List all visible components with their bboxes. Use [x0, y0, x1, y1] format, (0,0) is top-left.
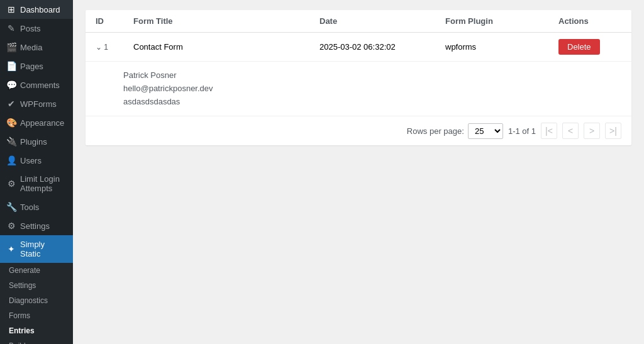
col-form-title: Form Title — [133, 16, 319, 26]
sidebar-item-label: Appearance — [20, 118, 64, 128]
plugins-icon: 🔌 — [6, 136, 16, 147]
sidebar-item-posts[interactable]: ✎ Posts — [0, 19, 73, 38]
col-date: Date — [319, 16, 445, 26]
entries-table-card: ID Form Title Date Form Plugin Actions ⌄… — [86, 10, 631, 145]
sidebar-item-dashboard[interactable]: ⊞ Dashboard — [0, 0, 73, 19]
sidebar-item-comments[interactable]: 💬 Comments — [0, 75, 73, 94]
wpforms-icon: ✔ — [6, 99, 16, 109]
expanded-line-2: hello@patrickposner.dev — [123, 82, 621, 96]
submenu-item-diagnostics[interactable]: Diagnostics — [0, 293, 73, 308]
col-form-plugin: Form Plugin — [445, 16, 558, 26]
users-icon: 👤 — [6, 155, 16, 165]
rows-per-page-container: Rows per page: 25 50 100 — [407, 123, 503, 139]
sidebar-item-label: WPForms — [20, 99, 57, 109]
row-expand-toggle[interactable]: ⌄ 1 — [96, 43, 133, 52]
sidebar-item-label: Pages — [20, 62, 43, 71]
pagination-last-button[interactable]: >| — [605, 123, 621, 139]
sidebar-item-settings[interactable]: ⚙ Settings — [0, 216, 73, 235]
sidebar-item-media[interactable]: 🎬 Media — [0, 38, 73, 57]
sidebar-item-label: Posts — [20, 24, 41, 33]
rows-per-page-label: Rows per page: — [407, 126, 464, 136]
simply-static-submenu: Generate Settings Diagnostics Forms Entr… — [0, 263, 73, 344]
row-date: 2025-03-02 06:32:02 — [319, 42, 445, 52]
sidebar-item-pages[interactable]: 📄 Pages — [0, 57, 73, 75]
col-actions: Actions — [558, 16, 621, 26]
sidebar-item-tools[interactable]: 🔧 Tools — [0, 197, 73, 216]
settings-icon: ⚙ — [6, 221, 16, 231]
sidebar-item-users[interactable]: 👤 Users — [0, 151, 73, 170]
col-id: ID — [96, 16, 133, 26]
sidebar-item-plugins[interactable]: 🔌 Plugins — [0, 132, 73, 151]
delete-button[interactable]: Delete — [558, 39, 600, 55]
pagination-prev-button[interactable]: < — [562, 123, 579, 139]
sidebar-item-label: Users — [20, 156, 42, 165]
submenu-item-generate[interactable]: Generate — [0, 263, 73, 278]
expanded-line-1: Patrick Posner — [123, 69, 621, 82]
sidebar-item-label: Dashboard — [20, 5, 60, 14]
sidebar: ⊞ Dashboard ✎ Posts 🎬 Media 📄 Pages 💬 Co… — [0, 0, 73, 344]
submenu-item-settings[interactable]: Settings — [0, 278, 73, 293]
dashboard-icon: ⊞ — [6, 4, 16, 14]
sidebar-item-label: Comments — [20, 80, 60, 90]
pagination-first-button[interactable]: |< — [541, 123, 557, 139]
limit-login-icon: ⚙ — [6, 179, 16, 189]
sidebar-item-label: Limit Login Attempts — [20, 174, 67, 193]
sidebar-item-appearance[interactable]: 🎨 Appearance — [0, 113, 73, 132]
row-actions: Delete — [558, 39, 621, 55]
pagination: Rows per page: 25 50 100 1-1 of 1 |< < >… — [86, 116, 631, 145]
expanded-row-content: Patrick Posner hello@patrickposner.dev a… — [86, 62, 631, 116]
sidebar-item-label: Plugins — [20, 137, 47, 147]
sidebar-item-limit-login[interactable]: ⚙ Limit Login Attempts — [0, 170, 73, 197]
comments-icon: 💬 — [6, 80, 16, 90]
row-form-title: Contact Form — [133, 42, 319, 52]
submenu-item-forms[interactable]: Forms — [0, 308, 73, 323]
sidebar-item-label: Media — [20, 43, 42, 52]
sidebar-item-label: Simply Static — [20, 240, 67, 258]
expanded-line-3: asdasdsdasdas — [123, 96, 621, 109]
pagination-next-button[interactable]: > — [584, 123, 600, 139]
table-header: ID Form Title Date Form Plugin Actions — [86, 10, 631, 33]
sidebar-item-wpforms[interactable]: ✔ WPForms — [0, 94, 73, 113]
appearance-icon: 🎨 — [6, 118, 16, 128]
submenu-item-entries[interactable]: Entries — [0, 323, 73, 338]
main-content: ID Form Title Date Form Plugin Actions ⌄… — [73, 0, 644, 344]
sidebar-item-label: Settings — [20, 221, 50, 231]
media-icon: 🎬 — [6, 42, 16, 52]
tools-icon: 🔧 — [6, 202, 16, 212]
pages-icon: 📄 — [6, 61, 16, 71]
row-form-plugin: wpforms — [445, 42, 558, 52]
row-id: 1 — [104, 43, 108, 52]
sidebar-item-simply-static[interactable]: ✦ Simply Static — [0, 235, 73, 263]
simply-static-icon: ✦ — [6, 244, 16, 254]
pagination-range: 1-1 of 1 — [508, 126, 536, 136]
sidebar-item-label: Tools — [20, 203, 39, 212]
rows-per-page-select[interactable]: 25 50 100 — [468, 123, 503, 139]
posts-icon: ✎ — [6, 23, 16, 33]
table-row: ⌄ 1 Contact Form 2025-03-02 06:32:02 wpf… — [86, 33, 631, 62]
submenu-item-builds[interactable]: Builds — [0, 338, 73, 344]
